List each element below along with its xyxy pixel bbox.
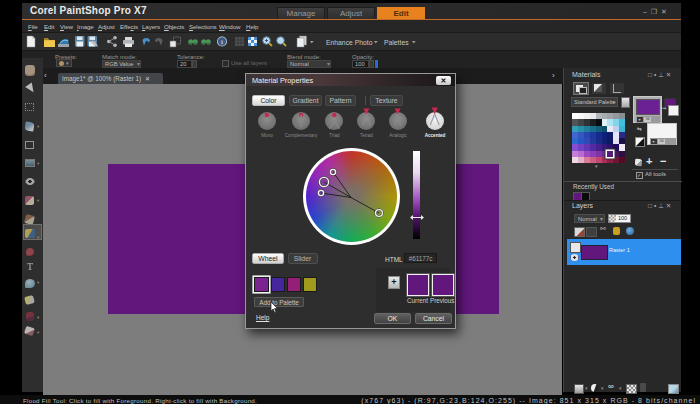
svg-text:Palettes: Palettes — [384, 39, 409, 46]
svg-text:Enhance Photo: Enhance Photo — [326, 39, 373, 46]
svg-text:i: i — [221, 38, 223, 46]
